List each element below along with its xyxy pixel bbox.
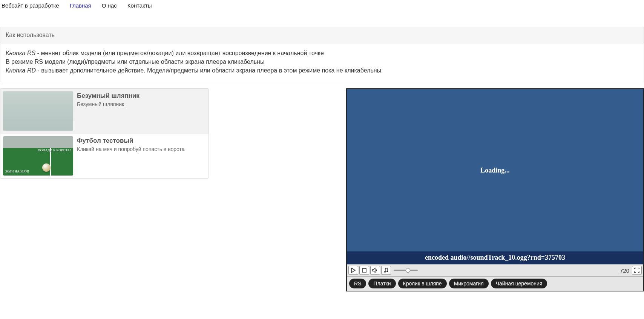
playlist-item-meta: Футбол тестовый Кликай на мяч и попробуй… bbox=[77, 136, 185, 176]
playlist-item-hatter[interactable]: Безумный шляпник Безумный шляпник bbox=[0, 89, 209, 134]
howto-line-3: Кнопка RD - вызывает дополнительное дейс… bbox=[6, 66, 638, 75]
play-icon bbox=[351, 268, 356, 273]
playlist-item-title: Футбол тестовый bbox=[77, 137, 185, 145]
music-button[interactable] bbox=[381, 266, 391, 275]
loading-label: Loading... bbox=[480, 166, 510, 174]
site-brand: Вебсайт в разработке bbox=[2, 2, 59, 9]
thumb-ball bbox=[42, 163, 51, 172]
nav-link-about[interactable]: О нас bbox=[102, 2, 117, 9]
thumb-overlay-left: ЖМИ НА МЯЧ! bbox=[5, 170, 29, 173]
howto-title: Как использовать bbox=[6, 32, 55, 38]
thumb-overlay-right: ПОПАДИ В ВОРОТА! bbox=[38, 148, 71, 152]
nav-link-contacts[interactable]: Контакты bbox=[127, 2, 152, 9]
pills-row: RS Платки Кролик в шляпе Микромагия Чайн… bbox=[347, 276, 643, 291]
svg-point-2 bbox=[386, 271, 388, 272]
pill-platki[interactable]: Платки bbox=[368, 279, 396, 288]
howto-rs-label: Кнопка RS bbox=[6, 50, 35, 56]
status-text: encoded audio//soundTrack_10.ogg?rnd=375… bbox=[425, 254, 565, 262]
stop-button[interactable] bbox=[359, 266, 369, 275]
volume-icon bbox=[372, 268, 378, 273]
playlist-item-subtitle: Безумный шляпник bbox=[77, 101, 140, 107]
pill-rabbit[interactable]: Кролик в шляпе bbox=[398, 279, 447, 288]
fullscreen-button[interactable] bbox=[632, 266, 642, 275]
player-panel: Loading... encoded audio//soundTrack_10.… bbox=[346, 88, 644, 291]
controls-row: 720 bbox=[347, 264, 643, 276]
play-button[interactable] bbox=[348, 266, 358, 275]
video-area[interactable]: Loading... bbox=[347, 89, 643, 251]
howto-rd-label: Кнопка RD bbox=[6, 67, 36, 74]
slider-thumb[interactable] bbox=[406, 268, 410, 273]
music-note-icon bbox=[384, 268, 388, 273]
volume-button[interactable] bbox=[370, 266, 380, 275]
svg-point-1 bbox=[384, 271, 386, 273]
howto-panel-header: Как использовать bbox=[0, 27, 644, 43]
playlist-item-title: Безумный шляпник bbox=[77, 92, 140, 100]
pill-rs[interactable]: RS bbox=[349, 279, 366, 288]
howto-line-1-rest: - меняет облик модели (или предметов/лок… bbox=[35, 50, 324, 56]
resolution-label: 720 bbox=[618, 267, 631, 274]
howto-line-1: Кнопка RS - меняет облик модели (или пре… bbox=[6, 49, 638, 57]
pill-micromagic[interactable]: Микромагия bbox=[449, 279, 489, 288]
playlist-panel: Безумный шляпник Безумный шляпник ПОПАДИ… bbox=[0, 88, 209, 179]
howto-panel-body: Кнопка RS - меняет облик модели (или пре… bbox=[0, 43, 644, 82]
pill-tea[interactable]: Чайная церемония bbox=[491, 279, 547, 288]
player-box: Loading... encoded audio//soundTrack_10.… bbox=[346, 88, 644, 291]
playlist-item-thumb bbox=[3, 91, 73, 131]
status-bar: encoded audio//soundTrack_10.ogg?rnd=375… bbox=[347, 251, 643, 264]
playlist-item-subtitle: Кликай на мяч и попробуй попасть в ворот… bbox=[77, 146, 185, 152]
playlist-item-football[interactable]: ПОПАДИ В ВОРОТА! ЖМИ НА МЯЧ! Футбол тест… bbox=[0, 134, 209, 178]
volume-slider[interactable] bbox=[394, 267, 418, 273]
svg-rect-0 bbox=[362, 268, 366, 272]
howto-line-3-rest: - вызывает дополнительное действие. Моде… bbox=[36, 67, 383, 74]
nav-link-home[interactable]: Главная bbox=[70, 2, 91, 9]
stop-icon bbox=[362, 268, 366, 273]
top-nav: Вебсайт в разработке Главная О нас Конта… bbox=[0, 0, 644, 11]
playlist-item-meta: Безумный шляпник Безумный шляпник bbox=[77, 91, 140, 131]
playlist-item-thumb: ПОПАДИ В ВОРОТА! ЖМИ НА МЯЧ! bbox=[3, 136, 73, 176]
fullscreen-icon bbox=[634, 268, 639, 273]
howto-line-2: В режиме RS модели (люди)/предметы или о… bbox=[6, 57, 638, 66]
